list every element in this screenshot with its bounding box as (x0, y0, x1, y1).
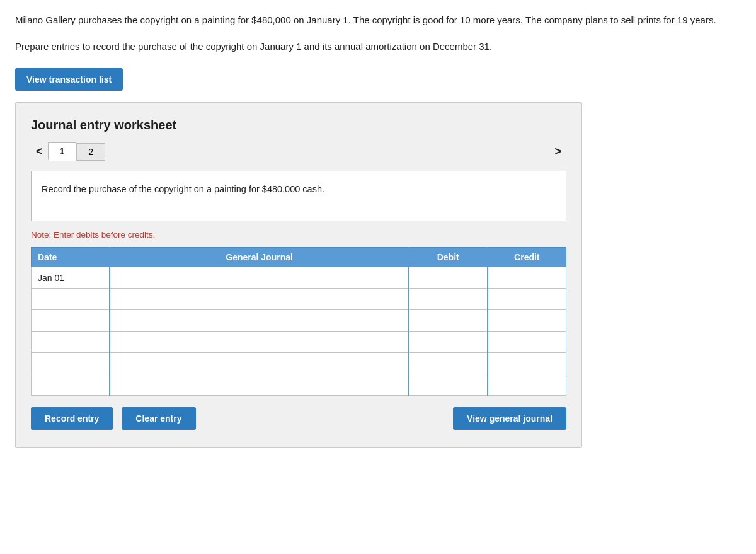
journal-cell-3[interactable] (110, 310, 408, 332)
credit-cell-6[interactable] (488, 374, 566, 396)
view-transaction-button[interactable]: View transaction list (15, 68, 123, 91)
debit-cell-5[interactable] (409, 353, 488, 374)
record-entry-button[interactable]: Record entry (31, 407, 113, 430)
table-row (32, 310, 566, 332)
debit-cell-3[interactable] (409, 310, 488, 332)
credit-input-6[interactable] (488, 374, 566, 395)
journal-cell-2[interactable] (110, 289, 408, 310)
header-credit: Credit (488, 248, 566, 267)
date-cell-6 (32, 374, 110, 396)
debit-input-6[interactable] (410, 374, 487, 395)
prepare-text: Prepare entries to record the purchase o… (15, 39, 741, 54)
journal-input-3[interactable] (110, 310, 408, 331)
credit-input-1[interactable] (488, 267, 566, 288)
credit-input-3[interactable] (488, 310, 566, 331)
journal-cell-6[interactable] (110, 374, 408, 396)
worksheet-title: Journal entry worksheet (31, 118, 566, 132)
debit-cell-4[interactable] (409, 332, 488, 353)
debit-cell-2[interactable] (409, 289, 488, 310)
journal-cell-4[interactable] (110, 332, 408, 353)
header-general-journal: General Journal (110, 248, 408, 267)
journal-cell-1[interactable] (110, 267, 408, 289)
journal-cell-5[interactable] (110, 353, 408, 374)
credit-input-2[interactable] (488, 289, 566, 309)
tab-1[interactable]: 1 (48, 142, 77, 161)
nav-left-arrow[interactable]: < (31, 142, 48, 161)
worksheet-container: Journal entry worksheet < 1 2 > Record t… (15, 102, 582, 448)
tab-2[interactable]: 2 (76, 143, 105, 161)
clear-entry-button[interactable]: Clear entry (122, 407, 195, 430)
table-row: Jan 01 (32, 267, 566, 289)
credit-cell-4[interactable] (488, 332, 566, 353)
table-row (32, 374, 566, 396)
journal-input-6[interactable] (110, 374, 408, 395)
journal-input-1[interactable] (110, 267, 408, 288)
credit-cell-3[interactable] (488, 310, 566, 332)
date-cell-3 (32, 310, 110, 332)
journal-table: Date General Journal Debit Credit Jan 01 (31, 247, 566, 396)
nav-right-arrow[interactable]: > (549, 142, 566, 161)
journal-input-2[interactable] (110, 289, 408, 309)
header-date: Date (32, 248, 110, 267)
table-row (32, 353, 566, 374)
date-cell-1: Jan 01 (32, 267, 110, 289)
tab-row: < 1 2 > (31, 142, 566, 161)
debit-input-1[interactable] (410, 267, 487, 288)
date-cell-4 (32, 332, 110, 353)
intro-line1: Milano Gallery purchases the copyright o… (15, 13, 741, 28)
debit-input-4[interactable] (410, 332, 487, 352)
table-row (32, 289, 566, 310)
credit-input-4[interactable] (488, 332, 566, 352)
credit-cell-1[interactable] (488, 267, 566, 289)
credit-input-5[interactable] (488, 353, 566, 374)
journal-input-4[interactable] (110, 332, 408, 352)
debit-cell-1[interactable] (409, 267, 488, 289)
header-debit: Debit (409, 248, 488, 267)
debit-input-5[interactable] (410, 353, 487, 374)
debit-input-2[interactable] (410, 289, 487, 309)
view-general-journal-button[interactable]: View general journal (453, 407, 566, 430)
table-row (32, 332, 566, 353)
debit-input-3[interactable] (410, 310, 487, 331)
entry-description: Record the purchase of the copyright on … (31, 171, 566, 221)
credit-cell-5[interactable] (488, 353, 566, 374)
button-row: Record entry Clear entry View general jo… (31, 407, 566, 430)
note-text: Note: Enter debits before credits. (31, 230, 566, 239)
credit-cell-2[interactable] (488, 289, 566, 310)
journal-input-5[interactable] (110, 353, 408, 374)
date-cell-2 (32, 289, 110, 310)
date-cell-5 (32, 353, 110, 374)
debit-cell-6[interactable] (409, 374, 488, 396)
